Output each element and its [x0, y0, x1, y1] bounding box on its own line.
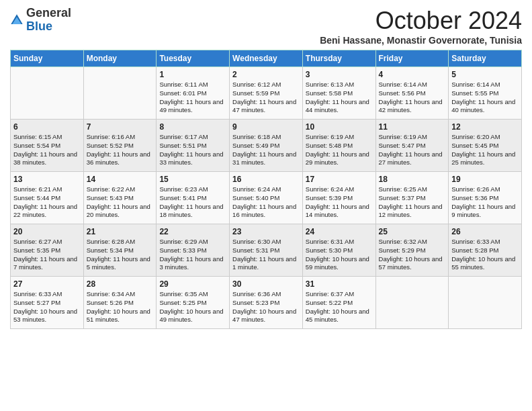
calendar-cell: 23Sunrise: 6:30 AMSunset: 5:31 PMDayligh… [230, 224, 303, 277]
day-number: 11 [379, 122, 446, 132]
calendar-cell: 15Sunrise: 6:23 AMSunset: 5:41 PMDayligh… [157, 172, 230, 224]
calendar-cell: 20Sunrise: 6:27 AMSunset: 5:35 PMDayligh… [11, 224, 84, 277]
calendar-cell: 30Sunrise: 6:36 AMSunset: 5:23 PMDayligh… [230, 277, 303, 329]
day-number: 31 [306, 279, 373, 289]
day-number: 4 [379, 70, 446, 79]
calendar-header: SundayMondayTuesdayWednesdayThursdayFrid… [11, 50, 522, 67]
day-of-week-header: Saturday [449, 50, 522, 67]
day-detail: Sunrise: 6:33 AMSunset: 5:28 PMDaylight:… [451, 238, 519, 272]
day-of-week-header: Wednesday [230, 50, 303, 67]
calendar-week-row: 1Sunrise: 6:11 AMSunset: 6:01 PMDaylight… [11, 67, 522, 120]
title-block: October 2024 Beni Hassane, Monastir Gove… [320, 7, 522, 46]
calendar-cell: 7Sunrise: 6:16 AMSunset: 5:52 PMDaylight… [83, 120, 157, 172]
calendar-cell [449, 277, 522, 329]
calendar-cell: 9Sunrise: 6:18 AMSunset: 5:49 PMDaylight… [230, 120, 303, 172]
day-detail: Sunrise: 6:20 AMSunset: 5:45 PMDaylight:… [451, 133, 519, 167]
calendar-cell: 25Sunrise: 6:32 AMSunset: 5:29 PMDayligh… [375, 224, 449, 277]
calendar-cell: 18Sunrise: 6:25 AMSunset: 5:37 PMDayligh… [375, 172, 449, 224]
day-number: 14 [87, 175, 154, 184]
day-of-week-header: Tuesday [157, 50, 230, 67]
calendar-cell: 17Sunrise: 6:24 AMSunset: 5:39 PMDayligh… [302, 172, 375, 224]
day-detail: Sunrise: 6:25 AMSunset: 5:37 PMDaylight:… [379, 185, 446, 220]
calendar-cell: 27Sunrise: 6:33 AMSunset: 5:27 PMDayligh… [11, 277, 84, 329]
calendar-cell: 19Sunrise: 6:26 AMSunset: 5:36 PMDayligh… [449, 172, 522, 224]
day-of-week-header: Friday [375, 50, 449, 67]
day-detail: Sunrise: 6:30 AMSunset: 5:31 PMDaylight:… [232, 238, 300, 272]
day-number: 30 [232, 279, 300, 289]
day-number: 25 [379, 227, 446, 236]
calendar-cell: 16Sunrise: 6:24 AMSunset: 5:40 PMDayligh… [230, 172, 303, 224]
day-detail: Sunrise: 6:29 AMSunset: 5:33 PMDaylight:… [159, 238, 226, 272]
day-detail: Sunrise: 6:18 AMSunset: 5:49 PMDaylight:… [232, 133, 300, 167]
page-header: General Blue October 2024 Beni Hassane, … [10, 7, 522, 46]
day-number: 22 [159, 227, 226, 236]
day-number: 7 [87, 122, 154, 132]
calendar-cell [11, 67, 84, 120]
calendar-week-row: 27Sunrise: 6:33 AMSunset: 5:27 PMDayligh… [11, 277, 522, 329]
day-number: 29 [159, 279, 226, 289]
calendar-cell: 26Sunrise: 6:33 AMSunset: 5:28 PMDayligh… [449, 224, 522, 277]
day-detail: Sunrise: 6:24 AMSunset: 5:39 PMDaylight:… [306, 185, 373, 220]
calendar-cell: 13Sunrise: 6:21 AMSunset: 5:44 PMDayligh… [11, 172, 84, 224]
day-detail: Sunrise: 6:34 AMSunset: 5:26 PMDaylight:… [87, 290, 154, 324]
logo-icon [10, 13, 24, 27]
day-detail: Sunrise: 6:35 AMSunset: 5:25 PMDaylight:… [159, 290, 226, 324]
logo-general-text: General [26, 7, 71, 20]
day-number: 1 [159, 70, 226, 79]
day-number: 12 [451, 122, 519, 132]
day-detail: Sunrise: 6:16 AMSunset: 5:52 PMDaylight:… [87, 133, 154, 167]
day-number: 28 [87, 279, 154, 289]
day-of-week-header: Thursday [302, 50, 375, 67]
day-number: 13 [13, 175, 81, 184]
day-number: 2 [232, 70, 300, 79]
day-number: 18 [379, 175, 446, 184]
day-detail: Sunrise: 6:33 AMSunset: 5:27 PMDaylight:… [13, 290, 81, 324]
day-detail: Sunrise: 6:23 AMSunset: 5:41 PMDaylight:… [159, 185, 226, 220]
day-detail: Sunrise: 6:19 AMSunset: 5:48 PMDaylight:… [306, 133, 373, 167]
calendar-cell: 14Sunrise: 6:22 AMSunset: 5:43 PMDayligh… [83, 172, 157, 224]
calendar-cell: 8Sunrise: 6:17 AMSunset: 5:51 PMDaylight… [157, 120, 230, 172]
calendar-cell: 28Sunrise: 6:34 AMSunset: 5:26 PMDayligh… [83, 277, 157, 329]
day-number: 15 [159, 175, 226, 184]
day-number: 6 [13, 122, 81, 132]
calendar-cell: 10Sunrise: 6:19 AMSunset: 5:48 PMDayligh… [302, 120, 375, 172]
calendar-cell: 11Sunrise: 6:19 AMSunset: 5:47 PMDayligh… [375, 120, 449, 172]
calendar-cell: 4Sunrise: 6:14 AMSunset: 5:56 PMDaylight… [375, 67, 449, 120]
calendar-cell [375, 277, 449, 329]
day-number: 21 [87, 227, 154, 236]
calendar-cell: 5Sunrise: 6:14 AMSunset: 5:55 PMDaylight… [449, 67, 522, 120]
calendar-week-row: 13Sunrise: 6:21 AMSunset: 5:44 PMDayligh… [11, 172, 522, 224]
day-number: 3 [306, 70, 373, 79]
logo: General Blue [10, 7, 71, 34]
day-detail: Sunrise: 6:24 AMSunset: 5:40 PMDaylight:… [232, 185, 300, 220]
logo-blue-text: Blue [26, 20, 71, 34]
calendar-week-row: 20Sunrise: 6:27 AMSunset: 5:35 PMDayligh… [11, 224, 522, 277]
calendar-week-row: 6Sunrise: 6:15 AMSunset: 5:54 PMDaylight… [11, 120, 522, 172]
day-detail: Sunrise: 6:28 AMSunset: 5:34 PMDaylight:… [87, 238, 154, 272]
day-detail: Sunrise: 6:14 AMSunset: 5:55 PMDaylight:… [451, 81, 519, 115]
calendar-cell: 24Sunrise: 6:31 AMSunset: 5:30 PMDayligh… [302, 224, 375, 277]
day-detail: Sunrise: 6:27 AMSunset: 5:35 PMDaylight:… [13, 238, 81, 272]
day-number: 23 [232, 227, 300, 236]
day-detail: Sunrise: 6:26 AMSunset: 5:36 PMDaylight:… [451, 185, 519, 220]
day-detail: Sunrise: 6:12 AMSunset: 5:59 PMDaylight:… [232, 81, 300, 115]
day-number: 20 [13, 227, 81, 236]
calendar-cell: 22Sunrise: 6:29 AMSunset: 5:33 PMDayligh… [157, 224, 230, 277]
day-detail: Sunrise: 6:17 AMSunset: 5:51 PMDaylight:… [159, 133, 226, 167]
calendar-table: SundayMondayTuesdayWednesdayThursdayFrid… [10, 50, 522, 329]
day-of-week-header: Sunday [11, 50, 84, 67]
calendar-cell: 3Sunrise: 6:13 AMSunset: 5:58 PMDaylight… [302, 67, 375, 120]
calendar-cell: 21Sunrise: 6:28 AMSunset: 5:34 PMDayligh… [83, 224, 157, 277]
calendar-cell: 6Sunrise: 6:15 AMSunset: 5:54 PMDaylight… [11, 120, 84, 172]
day-number: 5 [451, 70, 519, 79]
day-of-week-header: Monday [83, 50, 157, 67]
day-number: 19 [451, 175, 519, 184]
calendar-cell: 2Sunrise: 6:12 AMSunset: 5:59 PMDaylight… [230, 67, 303, 120]
day-number: 26 [451, 227, 519, 236]
calendar-cell: 1Sunrise: 6:11 AMSunset: 6:01 PMDaylight… [157, 67, 230, 120]
day-number: 10 [306, 122, 373, 132]
day-detail: Sunrise: 6:14 AMSunset: 5:56 PMDaylight:… [379, 81, 446, 115]
day-detail: Sunrise: 6:15 AMSunset: 5:54 PMDaylight:… [13, 133, 81, 167]
day-detail: Sunrise: 6:31 AMSunset: 5:30 PMDaylight:… [306, 238, 373, 272]
day-number: 17 [306, 175, 373, 184]
